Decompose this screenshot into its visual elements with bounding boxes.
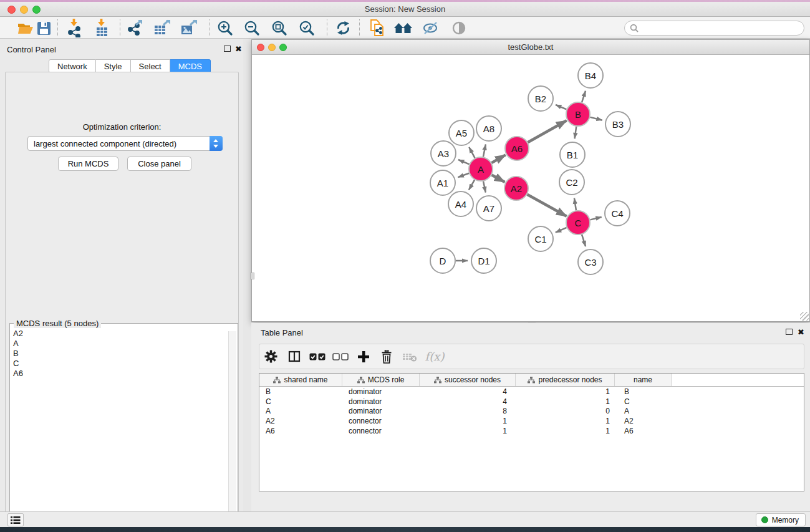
column-header-mcds-role[interactable]: MCDS role [342, 374, 420, 386]
export-image-button[interactable] [177, 19, 201, 37]
result-item[interactable]: A6 [11, 369, 228, 379]
import-network-button[interactable] [62, 19, 86, 37]
graph-edge-A-A2[interactable] [492, 175, 505, 182]
column-header-predecessor-nodes[interactable]: predecessor nodes [516, 374, 615, 386]
table-row[interactable]: Adominator80A [259, 407, 804, 417]
graph-edge-C-C4[interactable] [590, 217, 601, 220]
graph-edge-A-A5[interactable] [469, 147, 475, 158]
column-header-successor-nodes[interactable]: successor nodes [420, 374, 516, 386]
table-cell: connector [342, 417, 420, 425]
column-header-shared-name[interactable]: shared name [259, 374, 342, 386]
graph-node-label: A1 [437, 178, 448, 188]
graph-node-label: A7 [483, 203, 494, 214]
zoom-selected-button[interactable] [295, 19, 319, 37]
toolbar-separator [209, 19, 210, 36]
control-panel-title: Control Panel [7, 45, 56, 54]
result-scrollbar[interactable] [228, 331, 236, 532]
table-row[interactable]: Bdominator41B [259, 387, 804, 397]
refresh-button[interactable] [331, 19, 355, 37]
mcds-result-group: MCDS result (5 nodes) A2ABCA6 [9, 323, 238, 532]
graph-edge-A-A8[interactable] [483, 144, 486, 157]
table-cell: A [259, 407, 342, 415]
tab-mcds[interactable]: MCDS [170, 59, 211, 73]
duplicate-network-button[interactable] [365, 19, 389, 37]
trash-icon [380, 350, 393, 364]
graph-edge-A-A3[interactable] [458, 160, 470, 164]
result-item[interactable]: A2 [11, 329, 228, 339]
graph-edge-B-B2[interactable] [556, 105, 567, 109]
export-table-button[interactable] [150, 19, 174, 37]
graph-edge-C-C2[interactable] [574, 198, 576, 211]
graph-node-label: C2 [566, 177, 577, 188]
work-area: testGlobe.txt B4B2BB3A5A8A3A6B1AA1C2A2A4… [243, 39, 810, 511]
refresh-icon [335, 21, 351, 36]
graph-edge-B-B3[interactable] [590, 117, 602, 120]
graph-edge-A6-B[interactable] [528, 120, 566, 142]
control-panel: Control Panel ✖ Network Style Select MCD… [0, 39, 243, 511]
graph-edge-C-C1[interactable] [556, 228, 567, 233]
window-resize-grip[interactable] [800, 312, 809, 321]
table-row[interactable]: Cdominator41C [259, 397, 804, 407]
run-mcds-button[interactable]: Run MCDS [58, 157, 118, 171]
home-button[interactable] [392, 19, 415, 37]
panel-divider-grip[interactable] [250, 273, 254, 279]
column-header-name[interactable]: name [615, 374, 672, 386]
result-item[interactable]: A [11, 339, 228, 349]
close-panel-icon[interactable]: ✖ [235, 46, 242, 52]
save-session-button[interactable] [32, 19, 55, 37]
graph-edge-A-A1[interactable] [458, 173, 469, 177]
graph-edge-A-A4[interactable] [469, 180, 475, 190]
zoom-out-button[interactable] [240, 19, 264, 37]
memory-button[interactable]: Memory [756, 513, 806, 526]
column-label: MCDS role [368, 375, 405, 384]
close-table-panel-icon[interactable]: ✖ [798, 329, 804, 336]
network-canvas[interactable]: B4B2BB3A5A8A3A6B1AA1C2A2A4A7C4CC1C3DD1 [253, 56, 809, 321]
table-panel: Table Panel ✖ [251, 323, 810, 511]
criterion-select[interactable]: largest connected component (directed) [27, 136, 223, 151]
function-builder-button[interactable]: f(x) [421, 344, 448, 369]
graph-edge-A-A7[interactable] [483, 181, 486, 193]
zoom-in-button[interactable] [213, 19, 237, 37]
search-input[interactable] [642, 24, 804, 32]
table-settings-button[interactable] [259, 344, 282, 369]
table-cell: dominator [342, 387, 420, 396]
show-column-button[interactable] [282, 344, 306, 369]
delete-table-icon [402, 351, 417, 362]
show-graphics-details-button[interactable] [447, 19, 471, 37]
save-icon [37, 21, 51, 36]
float-panel-icon[interactable] [224, 46, 231, 52]
deselect-all-button[interactable] [329, 344, 352, 369]
result-item[interactable]: B [11, 349, 228, 359]
delete-column-button[interactable] [375, 344, 398, 369]
graph-edge-A2-C[interactable] [527, 195, 566, 216]
result-item[interactable]: C [11, 359, 228, 369]
tab-style[interactable]: Style [96, 59, 131, 73]
tab-select[interactable]: Select [131, 59, 170, 73]
table-cell: 1 [516, 387, 615, 396]
titlebar: Session: New Session [0, 2, 810, 17]
delete-table-button[interactable] [398, 344, 421, 369]
plus-icon [357, 351, 370, 363]
table-row[interactable]: A2connector11A2 [259, 416, 804, 426]
hide-graphics-details-button[interactable] [419, 19, 443, 37]
graph-edge-A-A6[interactable] [491, 155, 505, 163]
search-field[interactable] [624, 21, 804, 36]
create-column-button[interactable] [352, 344, 375, 369]
close-panel-button[interactable]: Close panel [127, 157, 191, 171]
task-history-button[interactable] [7, 513, 24, 526]
graph-node-label: C3 [584, 257, 596, 268]
export-network-button[interactable] [123, 19, 147, 37]
select-stepper-icon[interactable] [210, 136, 223, 151]
select-all-button[interactable] [306, 344, 329, 369]
zoom-fit-button[interactable] [268, 19, 291, 37]
graph-edge-B-B4[interactable] [582, 91, 586, 102]
graph-edge-B-B1[interactable] [575, 127, 577, 138]
graph-edge-C-C3[interactable] [582, 235, 586, 246]
table-cell: B [615, 387, 672, 396]
import-table-button[interactable] [90, 19, 113, 37]
float-table-panel-icon[interactable] [786, 329, 793, 335]
table-cell: 1 [420, 417, 516, 425]
graph-node-label: A6 [511, 143, 523, 154]
tab-network[interactable]: Network [49, 59, 96, 73]
table-row[interactable]: A6connector11A6 [259, 426, 804, 436]
